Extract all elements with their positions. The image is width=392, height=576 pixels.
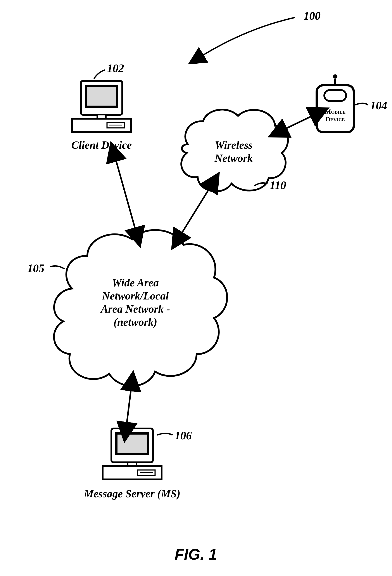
ref-104-label: 104 xyxy=(370,99,387,112)
mobile-device-label-1: Mobile xyxy=(325,108,346,115)
ref-102-label: 102 xyxy=(107,62,124,75)
svg-point-7 xyxy=(333,74,338,79)
wireless-label-1: Wireless xyxy=(215,139,252,151)
ref-100-label: 100 xyxy=(304,10,321,22)
wan-lan-cloud: Wide Area Network/Local Area Network - (… xyxy=(54,230,227,386)
ref-105-label: 105 xyxy=(27,262,44,275)
svg-rect-10 xyxy=(324,90,346,101)
client-device: 102 Client Device xyxy=(71,62,132,151)
mobile-device-label-2: Device xyxy=(326,115,345,123)
link-wan-server xyxy=(127,389,131,424)
link-wireless-wan xyxy=(181,188,210,234)
message-server: 106 Message Server (MS) xyxy=(84,429,192,500)
ref-100: 100 xyxy=(202,10,321,56)
ref-106-label: 106 xyxy=(175,429,192,442)
wan-label-2: Network/Local xyxy=(102,290,169,302)
computer-icon xyxy=(72,81,131,132)
wan-label-4: (network) xyxy=(114,316,157,328)
computer-icon xyxy=(103,429,162,479)
client-device-label: Client Device xyxy=(71,139,132,151)
wireless-label-2: Network xyxy=(214,152,253,164)
figure-title: FIG. 1 xyxy=(175,546,217,563)
svg-rect-13 xyxy=(117,434,147,453)
link-client-wan xyxy=(116,160,135,230)
diagram-canvas: 100 102 Client Device xyxy=(0,0,392,576)
wan-label-3: Area Network - xyxy=(100,303,170,315)
ref-105: 105 xyxy=(27,262,64,275)
ref-104: 104 xyxy=(355,99,387,112)
wan-label-1: Wide Area xyxy=(112,277,159,289)
ref-110-label: 110 xyxy=(270,179,286,192)
mobile-device: Mobile Device xyxy=(317,74,354,132)
link-wireless-mobile xyxy=(285,116,312,129)
svg-rect-2 xyxy=(87,87,116,106)
message-server-label: Message Server (MS) xyxy=(84,488,180,500)
